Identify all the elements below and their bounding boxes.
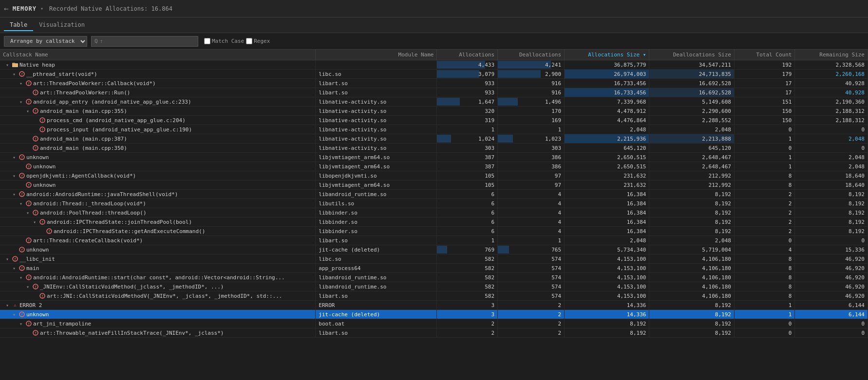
allocations-size-value: 231,632 (565, 171, 649, 181)
deallocations-value: 303 (498, 144, 565, 153)
table-row[interactable]: ƒart::Throwable_nativeFillInStackTrace(_… (0, 328, 868, 338)
dropdown-arrow-icon[interactable]: ▾ (40, 6, 43, 11)
table-row[interactable]: ▾ƒandroid::AndroidRuntime::javaThreadShe… (0, 190, 868, 199)
remaining-size-value: 2,188,312 (795, 107, 868, 116)
total-count-value: 192 (734, 60, 795, 70)
func-icon: ƒ (25, 98, 32, 105)
table-row[interactable]: ƒandroid_main (main.cpp:387)libnative-ac… (0, 134, 868, 144)
match-case-checkbox[interactable] (204, 38, 210, 44)
svg-text:ƒ: ƒ (35, 211, 37, 215)
allocations-size-value: 4,153,100 (565, 282, 649, 291)
table-row[interactable]: ▾Native heap4,4334,24136,875,77934,547,2… (0, 60, 868, 70)
remaining-size-value: 0 (795, 236, 868, 245)
tab-visualization[interactable]: Visualization (33, 19, 91, 31)
svg-text:ƒ: ƒ (41, 119, 43, 123)
col-header-name[interactable]: Callstack Name (0, 50, 316, 60)
col-header-alloc-size[interactable]: Allocations Size ▾ (565, 50, 649, 60)
func-icon: ƒ (32, 135, 39, 142)
arrange-dropdown[interactable]: Arrange by callstack (4, 36, 87, 47)
regex-label: Regex (254, 38, 270, 44)
func-icon: ƒ (25, 320, 32, 327)
svg-text:ƒ: ƒ (14, 257, 16, 261)
allocations-value: 3,079 (437, 70, 498, 79)
deallocations-value: 4 (498, 217, 565, 227)
table-row[interactable]: ƒart::Thread::CreateCallback(void*)libar… (0, 236, 868, 245)
table-row[interactable]: ƒandroid_main (main.cpp:350)libnative-ac… (0, 144, 868, 153)
deallocations-value: 2 (498, 310, 565, 319)
tab-table[interactable]: Table (4, 19, 33, 31)
table-row[interactable]: ▾ƒ__pthread_start(void*)libc.so3,0792,90… (0, 70, 868, 79)
svg-text:ƒ: ƒ (35, 146, 37, 150)
func-icon: ƒ (19, 172, 25, 179)
back-button[interactable]: ← (4, 4, 9, 13)
deallocations-size-value: 16,692,528 (649, 88, 734, 97)
table-row[interactable]: ƒunknownlibjvmtiagent_arm64.so3873862,65… (0, 162, 868, 171)
table-row[interactable]: ▾ƒunknownlibjvmtiagent_arm64.so3873862,6… (0, 153, 868, 162)
table-row[interactable]: ▾ƒopenjdkjvmti::AgentCallback(void*)libo… (0, 171, 868, 181)
table-row[interactable]: ▾ƒandroid::PoolThread::threadLoop()libbi… (0, 208, 868, 217)
total-count-value: 17 (734, 79, 795, 88)
callstack-name: unknown (26, 247, 49, 253)
module-name: libnative-activity.so (316, 144, 437, 153)
table-row[interactable]: ▾ƒandroid::AndroidRuntime::start(char co… (0, 273, 868, 282)
table-row[interactable]: ƒandroid::IPCThreadState::getAndExecuteC… (0, 227, 868, 236)
func-icon: ƒ (39, 117, 46, 124)
col-header-remaining[interactable]: Remaining Size (795, 50, 868, 60)
table-row[interactable]: ▾ƒandroid_app_entry (android_native_app_… (0, 97, 868, 107)
total-count-value: 8 (734, 273, 795, 282)
svg-text:ƒ: ƒ (41, 220, 43, 224)
svg-text:ƒ: ƒ (21, 156, 23, 160)
table-row[interactable]: ƒart::JNI::CallStaticVoidMethodV(_JNIEnv… (0, 291, 868, 301)
table-row[interactable]: ▾ƒandroid::Thread::_threadLoop(void*)lib… (0, 199, 868, 208)
col-header-alloc[interactable]: Allocations (437, 50, 498, 60)
table-row[interactable]: ▾ƒart::ThreadPoolWorker::Callback(void*)… (0, 79, 868, 88)
callstack-name: process_cmd (android_native_app_glue.c:2… (47, 117, 186, 124)
total-count-value: 1 (734, 301, 795, 310)
callstack-name: ERROR 2 (19, 302, 42, 308)
deallocations-size-value: 16,692,528 (649, 79, 734, 88)
table-row[interactable]: ▾ƒart_jni_trampolineboot.oat228,1928,192… (0, 319, 868, 328)
table-row[interactable]: ▾ƒmainapp_process645825744,153,1004,106,… (0, 264, 868, 273)
callstack-name: __libc_init (19, 256, 55, 262)
func-icon: ƒ (32, 145, 39, 151)
func-icon: ƒ (19, 154, 25, 161)
allocations-value: 1 (437, 236, 498, 245)
table-row[interactable]: ƒprocess_cmd (android_native_app_glue.c:… (0, 116, 868, 125)
toolbar: Arrange by callstack Q Match Case Regex (0, 33, 868, 50)
total-count-value: 2 (734, 190, 795, 199)
col-header-dealloc[interactable]: Deallocations (498, 50, 565, 60)
allocations-value: 6 (437, 199, 498, 208)
svg-text:ƒ: ƒ (41, 128, 43, 132)
module-name: libnative-activity.so (316, 116, 437, 125)
remaining-size-value: 2,048 (795, 162, 868, 171)
table-row[interactable]: ƒunknownlibjvmtiagent_arm64.so10597231,6… (0, 181, 868, 190)
remaining-size-value: 46,920 (795, 282, 868, 291)
allocations-value: 303 (437, 144, 498, 153)
func-icon: ƒ (25, 200, 32, 207)
table-row[interactable]: ƒunknownjit-cache (deleted)7697655,734,3… (0, 245, 868, 254)
table-row[interactable]: ▾ƒandroid_main (main.cpp:355)libnative-a… (0, 107, 868, 116)
table-row[interactable]: ▾ƒunknownjit-cache (deleted)3214,3368,19… (0, 310, 868, 319)
table-row[interactable]: ƒart::ThreadPoolWorker::Run()libart.so93… (0, 88, 868, 97)
table-container[interactable]: Callstack Name Module Name Allocations D… (0, 50, 868, 380)
col-header-dealloc-size[interactable]: Deallocations Size (649, 50, 734, 60)
table-row[interactable]: ▾ƒandroid::IPCThreadState::joinThreadPoo… (0, 217, 868, 227)
allocations-value: 1,647 (437, 97, 498, 107)
regex-checkbox[interactable] (246, 38, 252, 44)
svg-text:ƒ: ƒ (28, 276, 30, 280)
col-header-total[interactable]: Total Count (734, 50, 795, 60)
deallocations-value: 1,496 (498, 97, 565, 107)
col-header-module[interactable]: Module Name (316, 50, 437, 60)
svg-text:ƒ: ƒ (35, 285, 37, 289)
deallocations-value: 97 (498, 171, 565, 181)
callstack-name: openjdkjvmti::AgentCallback(void*) (26, 173, 136, 179)
allocations-size-value: 14,336 (565, 310, 649, 319)
deallocations-size-value: 5,149,608 (649, 97, 734, 107)
table-row[interactable]: ▾⚠ERROR 2ERROR3214,3368,19216,144 (0, 301, 868, 310)
module-name: libnative-activity.so (316, 125, 437, 134)
search-input[interactable] (100, 38, 188, 44)
table-row[interactable]: ▾ƒ_JNIEnv::CallStaticVoidMethod(_jclass*… (0, 282, 868, 291)
table-row[interactable]: ▾ƒ__libc_initlibc.so5825744,153,1004,106… (0, 254, 868, 264)
deallocations-value: 574 (498, 282, 565, 291)
table-row[interactable]: ƒprocess_input (android_native_app_glue.… (0, 125, 868, 134)
